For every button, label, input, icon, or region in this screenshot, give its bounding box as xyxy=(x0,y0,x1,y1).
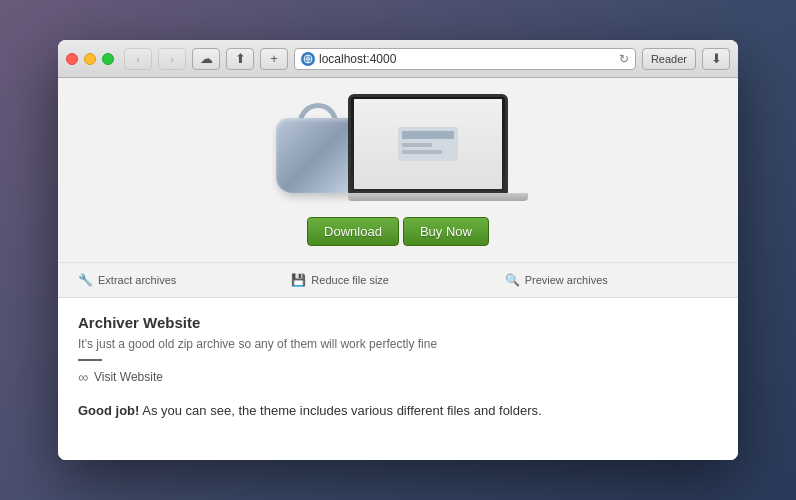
app-image-area xyxy=(268,94,528,201)
forward-button[interactable]: › xyxy=(158,48,186,70)
download-button[interactable]: Download xyxy=(307,217,399,246)
minimize-button[interactable] xyxy=(84,53,96,65)
share-icon: ⬆ xyxy=(235,51,246,66)
body-text: Good job! As you can see, the theme incl… xyxy=(78,401,718,421)
divider xyxy=(78,359,102,361)
features-bar: 🔧 Extract archives 💾 Reduce file size 🔍 … xyxy=(58,262,738,297)
cloud-icon: ☁ xyxy=(200,51,213,66)
infinity-icon: ∞ xyxy=(78,369,88,385)
close-button[interactable] xyxy=(66,53,78,65)
site-description: It's just a good old zip archive so any … xyxy=(78,337,718,351)
screen-graphic xyxy=(388,119,468,169)
back-button[interactable]: ‹ xyxy=(124,48,152,70)
svg-rect-4 xyxy=(402,150,442,154)
wrench-icon: 🔧 xyxy=(78,273,93,287)
site-title: Archiver Website xyxy=(78,314,718,331)
webpage-content: Download Buy Now 🔧 Extract archives 💾 Re… xyxy=(58,78,738,460)
refresh-button[interactable]: ↻ xyxy=(619,52,629,66)
body-bold: Good job! xyxy=(78,403,139,418)
laptop-screen xyxy=(348,94,508,194)
plus-icon: + xyxy=(270,51,278,66)
laptop-base xyxy=(348,193,528,201)
feature-preview: 🔍 Preview archives xyxy=(505,273,718,287)
titlebar: ‹ › ☁ ⬆ + localhost:4000 ↻ Reader xyxy=(58,40,738,78)
feature-extract-label: Extract archives xyxy=(98,274,176,286)
feature-reduce: 💾 Reduce file size xyxy=(291,273,504,287)
url-text: localhost:4000 xyxy=(319,52,615,66)
laptop-area xyxy=(348,94,528,201)
feature-reduce-label: Reduce file size xyxy=(311,274,389,286)
action-buttons: Download Buy Now xyxy=(307,217,489,246)
svg-rect-2 xyxy=(402,131,454,139)
address-bar[interactable]: localhost:4000 ↻ xyxy=(294,48,636,70)
visit-website-link[interactable]: ∞ Visit Website xyxy=(78,369,718,385)
svg-rect-3 xyxy=(402,143,432,147)
reader-button[interactable]: Reader xyxy=(642,48,696,70)
downloads-icon: ⬇ xyxy=(711,51,722,66)
feature-preview-label: Preview archives xyxy=(525,274,608,286)
maximize-button[interactable] xyxy=(102,53,114,65)
magnify-icon: 🔍 xyxy=(505,273,520,287)
traffic-lights xyxy=(66,53,114,65)
share-button[interactable]: ⬆ xyxy=(226,48,254,70)
new-tab-button[interactable]: + xyxy=(260,48,288,70)
forward-icon: › xyxy=(170,53,174,65)
buy-now-button[interactable]: Buy Now xyxy=(403,217,489,246)
visit-website-label: Visit Website xyxy=(94,370,163,384)
globe-icon xyxy=(301,52,315,66)
disk-icon: 💾 xyxy=(291,273,306,287)
browser-window: ‹ › ☁ ⬆ + localhost:4000 ↻ Reader xyxy=(58,40,738,460)
content-area: Archiver Website It's just a good old zi… xyxy=(58,298,738,460)
feature-extract: 🔧 Extract archives xyxy=(78,273,291,287)
screen-content xyxy=(354,99,502,189)
back-icon: ‹ xyxy=(136,53,140,65)
downloads-button[interactable]: ⬇ xyxy=(702,48,730,70)
app-showcase: Download Buy Now 🔧 Extract archives 💾 Re… xyxy=(58,78,738,298)
body-content: As you can see, the theme includes vario… xyxy=(139,403,541,418)
cloud-button[interactable]: ☁ xyxy=(192,48,220,70)
